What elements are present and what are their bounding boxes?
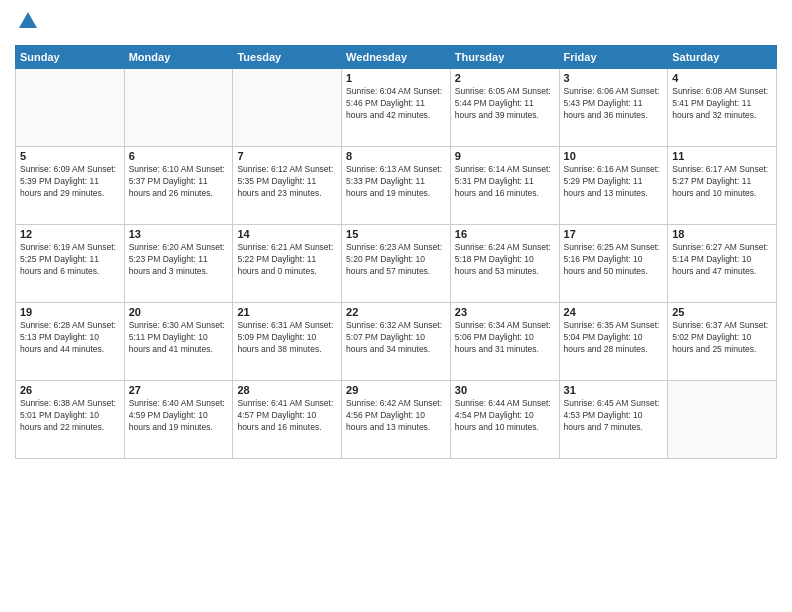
cell-text: Sunrise: 6:25 AM Sunset: 5:16 PM Dayligh…	[564, 242, 664, 278]
weekday-header-wednesday: Wednesday	[342, 45, 451, 68]
day-number: 19	[20, 306, 120, 318]
calendar-cell: 9Sunrise: 6:14 AM Sunset: 5:31 PM Daylig…	[450, 146, 559, 224]
calendar-cell	[668, 380, 777, 458]
day-number: 12	[20, 228, 120, 240]
cell-text: Sunrise: 6:24 AM Sunset: 5:18 PM Dayligh…	[455, 242, 555, 278]
calendar-cell: 19Sunrise: 6:28 AM Sunset: 5:13 PM Dayli…	[16, 302, 125, 380]
calendar-cell: 12Sunrise: 6:19 AM Sunset: 5:25 PM Dayli…	[16, 224, 125, 302]
day-number: 7	[237, 150, 337, 162]
day-number: 29	[346, 384, 446, 396]
calendar-cell: 26Sunrise: 6:38 AM Sunset: 5:01 PM Dayli…	[16, 380, 125, 458]
day-number: 2	[455, 72, 555, 84]
cell-text: Sunrise: 6:35 AM Sunset: 5:04 PM Dayligh…	[564, 320, 664, 356]
calendar-week-1: 1Sunrise: 6:04 AM Sunset: 5:46 PM Daylig…	[16, 68, 777, 146]
calendar-cell: 16Sunrise: 6:24 AM Sunset: 5:18 PM Dayli…	[450, 224, 559, 302]
calendar-cell: 31Sunrise: 6:45 AM Sunset: 4:53 PM Dayli…	[559, 380, 668, 458]
day-number: 24	[564, 306, 664, 318]
day-number: 30	[455, 384, 555, 396]
svg-marker-0	[19, 12, 37, 28]
calendar-week-5: 26Sunrise: 6:38 AM Sunset: 5:01 PM Dayli…	[16, 380, 777, 458]
weekday-header-friday: Friday	[559, 45, 668, 68]
logo	[15, 10, 39, 37]
calendar-cell: 11Sunrise: 6:17 AM Sunset: 5:27 PM Dayli…	[668, 146, 777, 224]
cell-text: Sunrise: 6:17 AM Sunset: 5:27 PM Dayligh…	[672, 164, 772, 200]
cell-text: Sunrise: 6:05 AM Sunset: 5:44 PM Dayligh…	[455, 86, 555, 122]
cell-text: Sunrise: 6:23 AM Sunset: 5:20 PM Dayligh…	[346, 242, 446, 278]
weekday-header-sunday: Sunday	[16, 45, 125, 68]
day-number: 16	[455, 228, 555, 240]
cell-text: Sunrise: 6:34 AM Sunset: 5:06 PM Dayligh…	[455, 320, 555, 356]
cell-text: Sunrise: 6:08 AM Sunset: 5:41 PM Dayligh…	[672, 86, 772, 122]
day-number: 28	[237, 384, 337, 396]
cell-text: Sunrise: 6:21 AM Sunset: 5:22 PM Dayligh…	[237, 242, 337, 278]
calendar-cell: 1Sunrise: 6:04 AM Sunset: 5:46 PM Daylig…	[342, 68, 451, 146]
calendar-cell: 14Sunrise: 6:21 AM Sunset: 5:22 PM Dayli…	[233, 224, 342, 302]
cell-text: Sunrise: 6:30 AM Sunset: 5:11 PM Dayligh…	[129, 320, 229, 356]
weekday-header-row: SundayMondayTuesdayWednesdayThursdayFrid…	[16, 45, 777, 68]
cell-text: Sunrise: 6:42 AM Sunset: 4:56 PM Dayligh…	[346, 398, 446, 434]
cell-text: Sunrise: 6:04 AM Sunset: 5:46 PM Dayligh…	[346, 86, 446, 122]
calendar-cell: 7Sunrise: 6:12 AM Sunset: 5:35 PM Daylig…	[233, 146, 342, 224]
day-number: 31	[564, 384, 664, 396]
day-number: 10	[564, 150, 664, 162]
calendar-cell: 27Sunrise: 6:40 AM Sunset: 4:59 PM Dayli…	[124, 380, 233, 458]
cell-text: Sunrise: 6:28 AM Sunset: 5:13 PM Dayligh…	[20, 320, 120, 356]
day-number: 11	[672, 150, 772, 162]
day-number: 13	[129, 228, 229, 240]
day-number: 21	[237, 306, 337, 318]
cell-text: Sunrise: 6:27 AM Sunset: 5:14 PM Dayligh…	[672, 242, 772, 278]
calendar-cell: 22Sunrise: 6:32 AM Sunset: 5:07 PM Dayli…	[342, 302, 451, 380]
day-number: 6	[129, 150, 229, 162]
calendar-cell: 15Sunrise: 6:23 AM Sunset: 5:20 PM Dayli…	[342, 224, 451, 302]
cell-text: Sunrise: 6:38 AM Sunset: 5:01 PM Dayligh…	[20, 398, 120, 434]
calendar-cell: 10Sunrise: 6:16 AM Sunset: 5:29 PM Dayli…	[559, 146, 668, 224]
cell-text: Sunrise: 6:10 AM Sunset: 5:37 PM Dayligh…	[129, 164, 229, 200]
day-number: 22	[346, 306, 446, 318]
calendar-cell: 6Sunrise: 6:10 AM Sunset: 5:37 PM Daylig…	[124, 146, 233, 224]
day-number: 14	[237, 228, 337, 240]
cell-text: Sunrise: 6:37 AM Sunset: 5:02 PM Dayligh…	[672, 320, 772, 356]
day-number: 8	[346, 150, 446, 162]
day-number: 4	[672, 72, 772, 84]
calendar-cell: 30Sunrise: 6:44 AM Sunset: 4:54 PM Dayli…	[450, 380, 559, 458]
calendar-cell: 25Sunrise: 6:37 AM Sunset: 5:02 PM Dayli…	[668, 302, 777, 380]
calendar-cell: 28Sunrise: 6:41 AM Sunset: 4:57 PM Dayli…	[233, 380, 342, 458]
cell-text: Sunrise: 6:45 AM Sunset: 4:53 PM Dayligh…	[564, 398, 664, 434]
page-container: SundayMondayTuesdayWednesdayThursdayFrid…	[0, 0, 792, 612]
day-number: 27	[129, 384, 229, 396]
calendar-cell	[124, 68, 233, 146]
calendar-week-3: 12Sunrise: 6:19 AM Sunset: 5:25 PM Dayli…	[16, 224, 777, 302]
day-number: 5	[20, 150, 120, 162]
header	[15, 10, 777, 37]
day-number: 3	[564, 72, 664, 84]
cell-text: Sunrise: 6:32 AM Sunset: 5:07 PM Dayligh…	[346, 320, 446, 356]
day-number: 9	[455, 150, 555, 162]
calendar-cell: 23Sunrise: 6:34 AM Sunset: 5:06 PM Dayli…	[450, 302, 559, 380]
cell-text: Sunrise: 6:09 AM Sunset: 5:39 PM Dayligh…	[20, 164, 120, 200]
cell-text: Sunrise: 6:44 AM Sunset: 4:54 PM Dayligh…	[455, 398, 555, 434]
cell-text: Sunrise: 6:20 AM Sunset: 5:23 PM Dayligh…	[129, 242, 229, 278]
cell-text: Sunrise: 6:40 AM Sunset: 4:59 PM Dayligh…	[129, 398, 229, 434]
calendar-cell: 2Sunrise: 6:05 AM Sunset: 5:44 PM Daylig…	[450, 68, 559, 146]
cell-text: Sunrise: 6:31 AM Sunset: 5:09 PM Dayligh…	[237, 320, 337, 356]
cell-text: Sunrise: 6:13 AM Sunset: 5:33 PM Dayligh…	[346, 164, 446, 200]
calendar-cell: 24Sunrise: 6:35 AM Sunset: 5:04 PM Dayli…	[559, 302, 668, 380]
weekday-header-tuesday: Tuesday	[233, 45, 342, 68]
cell-text: Sunrise: 6:41 AM Sunset: 4:57 PM Dayligh…	[237, 398, 337, 434]
day-number: 1	[346, 72, 446, 84]
cell-text: Sunrise: 6:12 AM Sunset: 5:35 PM Dayligh…	[237, 164, 337, 200]
cell-text: Sunrise: 6:16 AM Sunset: 5:29 PM Dayligh…	[564, 164, 664, 200]
day-number: 20	[129, 306, 229, 318]
calendar-cell: 17Sunrise: 6:25 AM Sunset: 5:16 PM Dayli…	[559, 224, 668, 302]
calendar-cell: 13Sunrise: 6:20 AM Sunset: 5:23 PM Dayli…	[124, 224, 233, 302]
day-number: 25	[672, 306, 772, 318]
weekday-header-thursday: Thursday	[450, 45, 559, 68]
calendar-cell: 3Sunrise: 6:06 AM Sunset: 5:43 PM Daylig…	[559, 68, 668, 146]
cell-text: Sunrise: 6:19 AM Sunset: 5:25 PM Dayligh…	[20, 242, 120, 278]
calendar-cell: 5Sunrise: 6:09 AM Sunset: 5:39 PM Daylig…	[16, 146, 125, 224]
calendar-week-2: 5Sunrise: 6:09 AM Sunset: 5:39 PM Daylig…	[16, 146, 777, 224]
day-number: 15	[346, 228, 446, 240]
calendar-cell: 29Sunrise: 6:42 AM Sunset: 4:56 PM Dayli…	[342, 380, 451, 458]
day-number: 17	[564, 228, 664, 240]
calendar-cell: 20Sunrise: 6:30 AM Sunset: 5:11 PM Dayli…	[124, 302, 233, 380]
